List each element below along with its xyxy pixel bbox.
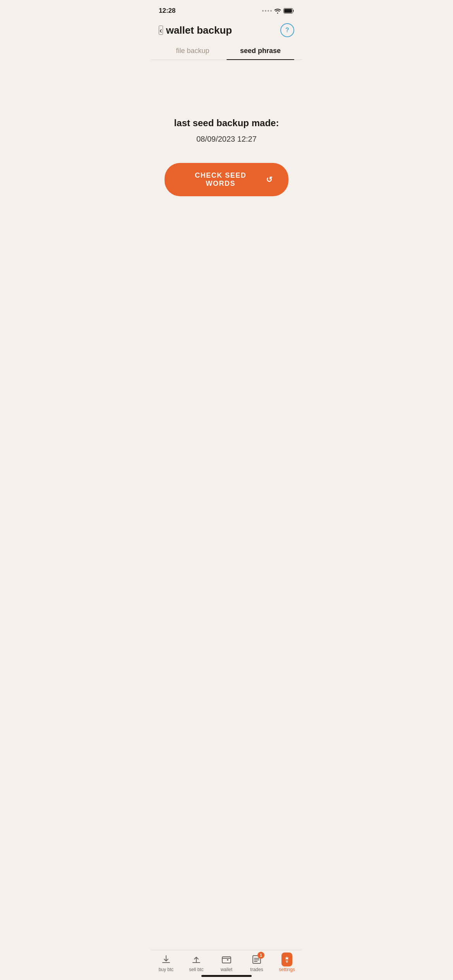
help-icon: ?	[285, 27, 289, 34]
page-title: wallet backup	[166, 24, 232, 36]
signal-icon	[262, 10, 272, 12]
wifi-icon	[274, 8, 281, 14]
status-bar: 12:28	[151, 0, 302, 19]
main-content: last seed backup made: 08/09/2023 12:27 …	[151, 60, 302, 254]
status-time: 12:28	[159, 7, 175, 15]
back-button[interactable]: ‹	[159, 26, 163, 35]
tab-seed-phrase[interactable]: seed phrase	[226, 47, 294, 60]
backup-label: last seed backup made:	[174, 118, 279, 128]
refresh-icon: ↺	[266, 175, 273, 184]
help-button[interactable]: ?	[280, 23, 294, 37]
tab-file-backup[interactable]: file backup	[159, 47, 226, 60]
header: ‹ wallet backup ?	[151, 19, 302, 43]
svg-rect-1	[284, 9, 292, 13]
tabs: file backup seed phrase	[151, 47, 302, 60]
status-icons	[262, 8, 294, 14]
check-seed-label: CHECK SEED WORDS	[180, 171, 261, 188]
backup-date: 08/09/2023 12:27	[196, 135, 257, 144]
battery-icon	[283, 8, 294, 14]
check-seed-words-button[interactable]: CHECK SEED WORDS ↺	[165, 163, 288, 196]
header-left: ‹ wallet backup	[159, 24, 232, 36]
